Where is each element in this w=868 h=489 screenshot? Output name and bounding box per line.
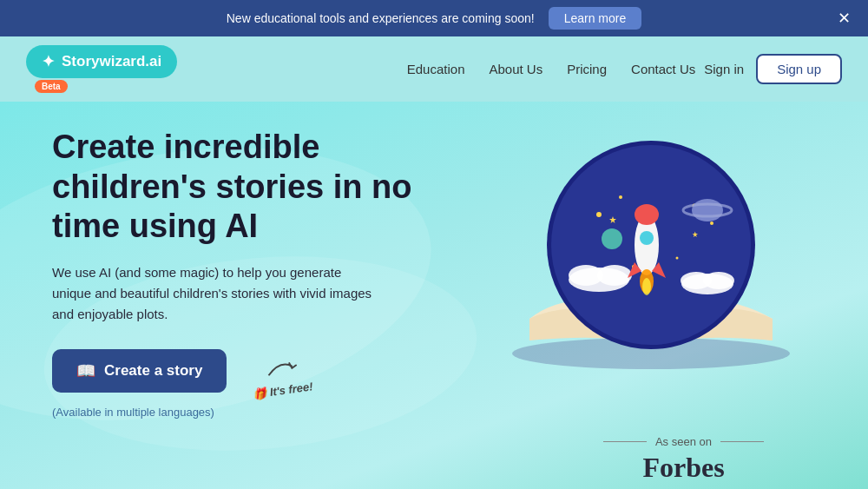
hero-content: Create incredible children's stories in …	[52, 128, 469, 419]
nav-link-pricing[interactable]: Pricing	[567, 62, 607, 76]
learn-more-button[interactable]: Learn more	[549, 7, 642, 30]
book-icon: 📖	[76, 361, 95, 380]
navbar: ✦ Storywizard.ai Beta Education About Us…	[0, 36, 868, 102]
svg-point-5	[619, 195, 622, 199]
hero-title: Create incredible children's stories in …	[52, 128, 469, 247]
line-right	[720, 441, 764, 442]
signin-link[interactable]: Sign in	[704, 62, 744, 76]
svg-point-18	[703, 272, 734, 289]
cta-area: 📖 Create a story 🎁 It's free! (Available…	[52, 349, 469, 419]
nav-link-about[interactable]: About Us	[489, 62, 542, 76]
arrow-icon	[264, 354, 303, 385]
logo-container: ✦ Storywizard.ai Beta	[26, 45, 177, 93]
svg-point-12	[602, 228, 622, 249]
nav-item-contact[interactable]: Contact Us	[631, 62, 695, 77]
signup-button[interactable]: Sign up	[756, 54, 842, 84]
nav-link-education[interactable]: Education	[407, 62, 465, 76]
forbes-brand: Forbes	[642, 452, 724, 484]
svg-point-23	[642, 278, 651, 295]
svg-point-21	[640, 231, 654, 245]
nav-links: Education About Us Pricing Contact Us	[407, 62, 695, 77]
create-story-label: Create a story	[104, 362, 202, 380]
svg-point-20	[635, 204, 659, 225]
announcement-text: New educational tools and experiences ar…	[227, 11, 535, 25]
illustration-area	[469, 110, 833, 440]
svg-point-9	[676, 257, 679, 260]
nav-item-about[interactable]: About Us	[489, 62, 542, 77]
hero-subtitle: We use AI (and some magic) to help you g…	[52, 262, 382, 325]
nav-item-education[interactable]: Education	[407, 62, 465, 77]
close-announcement-button[interactable]: ✕	[838, 10, 851, 26]
svg-point-4	[596, 212, 602, 217]
hero-section: Create incredible children's stories in …	[0, 102, 868, 489]
as-seen-text: As seen on	[655, 435, 712, 448]
as-seen-label: As seen on	[603, 435, 764, 448]
gift-icon: 🎁	[253, 386, 268, 400]
beta-badge: Beta	[35, 80, 68, 93]
svg-point-15	[597, 265, 632, 286]
its-free-area: 🎁 It's free!	[253, 356, 313, 397]
announcement-bar: New educational tools and experiences ar…	[0, 0, 868, 36]
line-left	[603, 441, 647, 442]
svg-point-10	[692, 199, 723, 221]
its-free-text: 🎁 It's free!	[253, 380, 314, 401]
logo[interactable]: ✦ Storywizard.ai	[26, 45, 177, 78]
logo-text: Storywizard.ai	[62, 53, 161, 70]
nav-item-pricing[interactable]: Pricing	[567, 62, 607, 77]
create-story-button[interactable]: 📖 Create a story	[52, 349, 227, 393]
as-seen-on-section: As seen on Forbes	[603, 435, 764, 484]
logo-icon: ✦	[42, 52, 55, 71]
cta-row: 📖 Create a story 🎁 It's free!	[52, 349, 313, 397]
available-languages-text: (Available in multiple languages)	[52, 406, 214, 419]
book-illustration	[486, 110, 816, 388]
nav-link-contact[interactable]: Contact Us	[631, 62, 695, 76]
svg-point-7	[710, 221, 713, 225]
